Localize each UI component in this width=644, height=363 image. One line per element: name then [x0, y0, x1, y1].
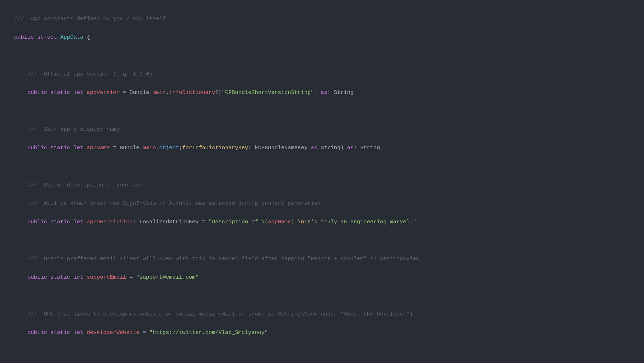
op: =: [120, 89, 130, 96]
identifier: developerWebsite: [87, 329, 140, 336]
identifier: appName: [268, 219, 291, 225]
code-line: /// URL that links to developers website…: [0, 309, 644, 319]
keyword: let: [73, 145, 83, 151]
op: !: [327, 89, 331, 96]
string: "support@email.com": [136, 274, 199, 280]
member: main: [143, 145, 156, 151]
type-ref: String: [334, 89, 354, 96]
keyword: static: [50, 89, 70, 96]
code-line: public static let appVersion = Bundle.ma…: [0, 88, 644, 97]
keyword: public: [27, 89, 47, 96]
type-ref: Bundle: [120, 145, 140, 151]
keyword: public: [27, 145, 47, 151]
code-line: /// App constants defined by you / app i…: [0, 14, 644, 23]
type-ref: LocalizedStringKey: [140, 219, 199, 225]
code-line: public static let supportEmail = "suppor…: [0, 273, 644, 282]
code-line: public static let developerWebsite = "ht…: [0, 328, 644, 337]
code-line: public struct AppData {: [0, 33, 644, 42]
string: "https://twitter.com/Vlad_Smolyanoy": [149, 329, 268, 336]
code-line: [0, 162, 644, 171]
code-line: [0, 236, 644, 245]
bracket: [: [219, 89, 222, 96]
dot: .: [149, 89, 152, 96]
keyword: let: [73, 274, 83, 280]
op: =: [199, 219, 209, 225]
brace: {: [83, 34, 90, 40]
colon: :: [248, 145, 255, 151]
type-ref: String: [321, 145, 340, 151]
member: infoDictionary: [169, 89, 215, 96]
keyword: static: [50, 274, 70, 280]
type-ref: Bundle: [130, 89, 149, 96]
op: ?: [215, 89, 219, 96]
op: =: [110, 145, 120, 151]
op: !: [354, 145, 357, 151]
keyword: let: [73, 89, 83, 96]
identifier: appVersion: [87, 89, 120, 96]
keyword: public: [27, 219, 47, 225]
interp-close: ): [291, 219, 294, 225]
method: object: [159, 145, 179, 151]
keyword: public: [14, 34, 34, 40]
op: =: [140, 329, 149, 336]
identifier: appDescription: [87, 219, 133, 225]
keyword: let: [73, 329, 83, 336]
member: main: [153, 89, 166, 96]
keyword: let: [73, 219, 83, 225]
string: "CFBundleShortVersionString": [222, 89, 314, 96]
code-line: [0, 346, 644, 356]
keyword: static: [50, 145, 70, 151]
type-name: AppData: [60, 34, 83, 40]
code-line: /// Will be shown under the SignInView i…: [0, 199, 644, 208]
identifier: appName: [87, 145, 110, 151]
comment: /// Official app version (e.g. 1.0.0): [27, 71, 152, 77]
code-line: /// Official app version (e.g. 1.0.0): [0, 69, 644, 79]
keyword: static: [50, 219, 70, 225]
comment: /// Will be shown under the SignInView i…: [27, 200, 321, 207]
colon: :: [133, 219, 140, 225]
string: It's truly an engineering marvel.": [304, 219, 416, 225]
code-line: [0, 106, 644, 116]
string: .: [294, 219, 298, 225]
type-ref: String: [360, 145, 380, 151]
code-line: [0, 51, 644, 60]
code-editor: /// App constants defined by you / app i…: [0, 0, 644, 363]
interp-open: \(: [261, 219, 268, 225]
code-line: [0, 291, 644, 300]
code-line: public static let appName = Bundle.main.…: [0, 143, 644, 152]
string: "Description of: [209, 219, 261, 225]
comment: /// Custom description of your app.: [27, 182, 146, 188]
keyword: as: [347, 145, 354, 151]
comment: /// URL that links to developers website…: [27, 311, 413, 317]
keyword: struct: [37, 34, 57, 40]
paren: (: [179, 145, 182, 151]
keyword: static: [50, 329, 70, 336]
constant: kCFBundleNameKey: [255, 145, 307, 151]
param-label: forInfoDictionaryKey: [182, 145, 248, 151]
comment: /// User's preffered email client will o…: [27, 256, 419, 262]
bracket: ]: [314, 89, 317, 96]
keyword: public: [27, 274, 47, 280]
keyword: public: [27, 329, 47, 336]
dot: .: [156, 145, 159, 151]
escape: \n: [298, 219, 304, 225]
keyword: as: [321, 89, 327, 96]
comment: /// Your app's display name: [27, 126, 119, 133]
keyword: as: [311, 145, 317, 151]
code-line: /// Custom description of your app.: [0, 180, 644, 190]
identifier: supportEmail: [87, 274, 126, 280]
op: =: [126, 274, 136, 280]
dot: .: [166, 89, 169, 96]
comment: /// App constants defined by you / app i…: [14, 16, 166, 22]
dot: .: [140, 145, 143, 151]
code-line: /// Your app's display name: [0, 125, 644, 134]
code-line: /// User's preffered email client will o…: [0, 254, 644, 263]
paren: ): [340, 145, 344, 151]
code-line: public static let appDescription: Locali…: [0, 217, 644, 227]
